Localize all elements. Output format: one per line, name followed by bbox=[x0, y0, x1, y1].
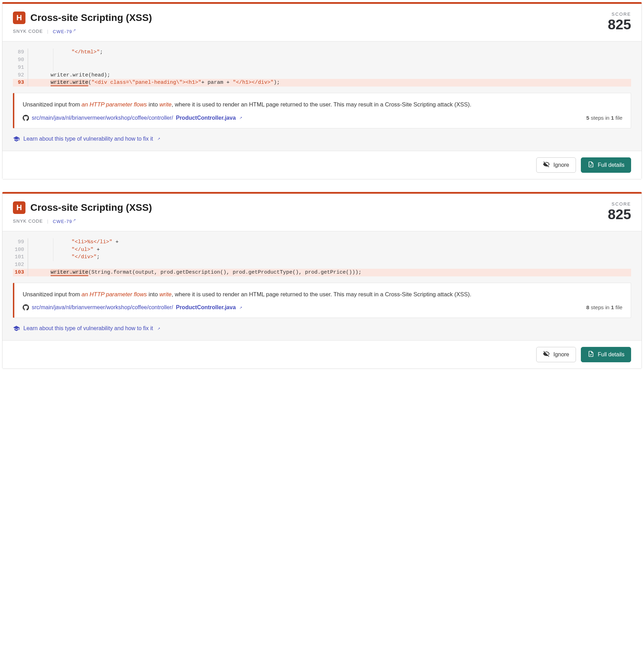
code-line: 92writer.write(head); bbox=[13, 72, 631, 79]
code-block: 89"</html>";909192writer.write(head);93w… bbox=[13, 49, 631, 87]
source-label: SNYK CODE bbox=[13, 218, 43, 224]
line-number: 91 bbox=[13, 64, 28, 72]
source-label: SNYK CODE bbox=[13, 29, 43, 34]
code-line: 90 bbox=[13, 56, 631, 64]
code-section: 89"</html>";909192writer.write(head);93w… bbox=[2, 41, 642, 151]
ignore-button[interactable]: Ignore bbox=[536, 157, 576, 173]
line-number: 100 bbox=[13, 246, 28, 254]
code-line: 93writer.write("<div class=\"panel-headi… bbox=[13, 79, 631, 87]
code-line: 99"<li>%s</li>" + bbox=[13, 238, 631, 246]
document-search-icon bbox=[587, 350, 594, 359]
full-details-button[interactable]: Full details bbox=[581, 157, 631, 173]
severity-badge: H bbox=[13, 12, 25, 24]
code-line: 100"</ul>" + bbox=[13, 246, 631, 254]
document-search-icon bbox=[587, 161, 594, 169]
vulnerability-title: Cross-site Scripting (XSS) bbox=[30, 12, 152, 23]
meta-divider: | bbox=[47, 29, 48, 34]
code-line: 102 bbox=[13, 261, 631, 269]
vulnerability-card: HCross-site Scripting (XSS)SNYK CODE|CWE… bbox=[2, 2, 642, 179]
eye-off-icon bbox=[543, 350, 550, 359]
file-path-link[interactable]: src/main/java/nl/brianvermeer/workshop/c… bbox=[23, 115, 242, 121]
card-header: HCross-site Scripting (XSS)SNYK CODE|CWE… bbox=[2, 194, 642, 231]
github-icon bbox=[23, 304, 29, 311]
external-link-icon: ↗ bbox=[73, 218, 76, 222]
explanation-box: Unsanitized input from an HTTP parameter… bbox=[13, 93, 631, 128]
explanation-text: Unsanitized input from an HTTP parameter… bbox=[23, 100, 622, 109]
line-number: 90 bbox=[13, 56, 28, 64]
line-number: 93 bbox=[13, 79, 28, 87]
explanation-text: Unsanitized input from an HTTP parameter… bbox=[23, 290, 622, 299]
code-section: 99"<li>%s</li>" + 100"</ul>" + 101"</div… bbox=[2, 231, 642, 341]
card-actions: IgnoreFull details bbox=[2, 151, 642, 179]
severity-badge: H bbox=[13, 201, 25, 214]
steps-count: 8 steps in 1 file bbox=[586, 304, 622, 311]
score-value: 825 bbox=[608, 17, 631, 32]
score-value: 825 bbox=[608, 207, 631, 222]
graduation-cap-icon bbox=[13, 325, 20, 332]
vulnerability-card: HCross-site Scripting (XSS)SNYK CODE|CWE… bbox=[2, 192, 642, 369]
external-link-icon: ↗ bbox=[73, 28, 76, 32]
external-link-icon: ↗ bbox=[239, 306, 242, 310]
code-line: 103writer.write(String.format(output, pr… bbox=[13, 269, 631, 276]
line-number: 89 bbox=[13, 49, 28, 56]
card-actions: IgnoreFull details bbox=[2, 341, 642, 369]
explanation-box: Unsanitized input from an HTTP parameter… bbox=[13, 283, 631, 318]
meta-divider: | bbox=[47, 218, 48, 224]
code-line: 89"</html>"; bbox=[13, 49, 631, 56]
cwe-link[interactable]: CWE-79↗ bbox=[53, 218, 76, 224]
eye-off-icon bbox=[543, 161, 550, 169]
learn-link[interactable]: Learn about this type of vulnerability a… bbox=[13, 135, 160, 142]
learn-link[interactable]: Learn about this type of vulnerability a… bbox=[13, 325, 160, 332]
graduation-cap-icon bbox=[13, 135, 20, 142]
line-number: 101 bbox=[13, 253, 28, 261]
card-header: HCross-site Scripting (XSS)SNYK CODE|CWE… bbox=[2, 4, 642, 41]
github-icon bbox=[23, 115, 29, 121]
steps-count: 5 steps in 1 file bbox=[586, 115, 622, 121]
vulnerability-title: Cross-site Scripting (XSS) bbox=[30, 202, 152, 213]
external-link-icon: ↗ bbox=[157, 137, 160, 141]
score-label: SCORE bbox=[608, 201, 631, 207]
score-label: SCORE bbox=[608, 12, 631, 17]
external-link-icon: ↗ bbox=[157, 327, 160, 330]
code-block: 99"<li>%s</li>" + 100"</ul>" + 101"</div… bbox=[13, 238, 631, 276]
line-number: 103 bbox=[13, 269, 28, 276]
line-number: 99 bbox=[13, 238, 28, 246]
line-number: 92 bbox=[13, 72, 28, 79]
full-details-button[interactable]: Full details bbox=[581, 347, 631, 362]
ignore-button[interactable]: Ignore bbox=[536, 347, 576, 362]
external-link-icon: ↗ bbox=[239, 116, 242, 120]
line-number: 102 bbox=[13, 261, 28, 269]
code-line: 91 bbox=[13, 64, 631, 72]
file-path-link[interactable]: src/main/java/nl/brianvermeer/workshop/c… bbox=[23, 304, 242, 311]
cwe-link[interactable]: CWE-79↗ bbox=[53, 28, 76, 34]
code-line: 101"</div>"; bbox=[13, 253, 631, 261]
